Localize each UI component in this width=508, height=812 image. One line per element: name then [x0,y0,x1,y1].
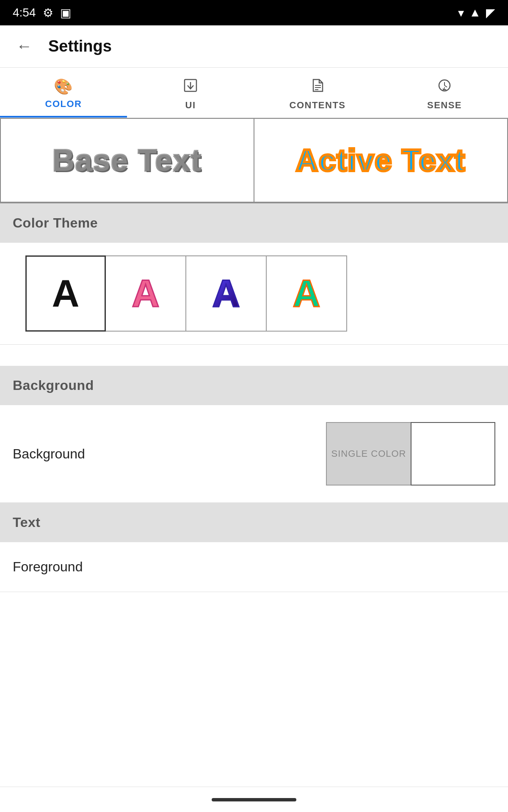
clock-download-icon [437,78,452,96]
theme-teal-letter: A [293,272,320,315]
theme-choices: A A A A [0,243,508,345]
wifi-signal-icon: ▲ [469,6,481,19]
background-row-label: Background [13,446,85,462]
back-arrow-icon: ← [16,37,32,55]
theme-teal[interactable]: A [267,255,347,332]
time-display: 4:54 [13,6,36,19]
white-box-option[interactable] [411,422,495,486]
text-preview-section: Base Text Active Text [0,118,508,203]
back-button[interactable]: ← [13,34,36,59]
tab-sense-label: SENSE [427,100,462,111]
spacer-1 [0,345,508,366]
tab-ui-label: UI [185,100,196,111]
base-text-preview[interactable]: Base Text [0,118,254,203]
status-bar-left: 4:54 ⚙ ▣ [13,6,71,20]
document-icon [310,78,325,96]
palette-icon: 🎨 [54,79,73,94]
theme-plain-letter: A [52,272,80,315]
theme-plain[interactable]: A [25,255,106,332]
tab-contents-label: CONTENTS [290,100,346,111]
base-text-label: Base Text [52,143,202,178]
foreground-row: Foreground [0,542,508,592]
home-indicator [212,798,296,801]
status-bar-right: ▾ ▲ ◤ [458,6,495,20]
status-bar: 4:54 ⚙ ▣ ▾ ▲ ◤ [0,0,508,25]
tab-contents[interactable]: CONTENTS [254,68,381,118]
settings-icon: ⚙ [43,6,53,20]
tabs-bar: 🎨 COLOR UI CONTENTS [0,68,508,118]
background-section: Background Background SINGLE COLOR [0,366,508,503]
svg-line-7 [444,85,447,87]
theme-pink-letter: A [132,272,160,315]
background-row: Background SINGLE COLOR [0,405,508,503]
download-icon [183,78,198,96]
single-color-label: SINGLE COLOR [331,448,406,459]
active-text-preview[interactable]: Active Text [254,118,508,203]
active-text-label: Active Text [296,143,466,178]
tab-sense[interactable]: SENSE [381,68,508,118]
bottom-bar [0,787,508,812]
background-header: Background [0,366,508,405]
theme-pink[interactable]: A [106,255,186,332]
tab-color[interactable]: 🎨 COLOR [0,68,127,118]
sim-icon: ▣ [60,6,71,20]
theme-dark-blue[interactable]: A [186,255,267,332]
foreground-label: Foreground [13,559,83,575]
single-color-option[interactable]: SINGLE COLOR [326,422,411,486]
color-theme-header: Color Theme [0,203,508,243]
page-title: Settings [48,37,112,55]
tab-color-label: COLOR [45,99,82,110]
tab-ui[interactable]: UI [127,68,254,118]
app-bar: ← Settings [0,25,508,68]
theme-dark-letter: A [213,272,240,315]
text-section: Text Foreground [0,503,508,592]
wifi-icon: ▾ [458,6,464,20]
background-options: SINGLE COLOR [326,422,495,486]
text-section-header: Text [0,503,508,542]
signal-icon: ◤ [486,6,495,20]
